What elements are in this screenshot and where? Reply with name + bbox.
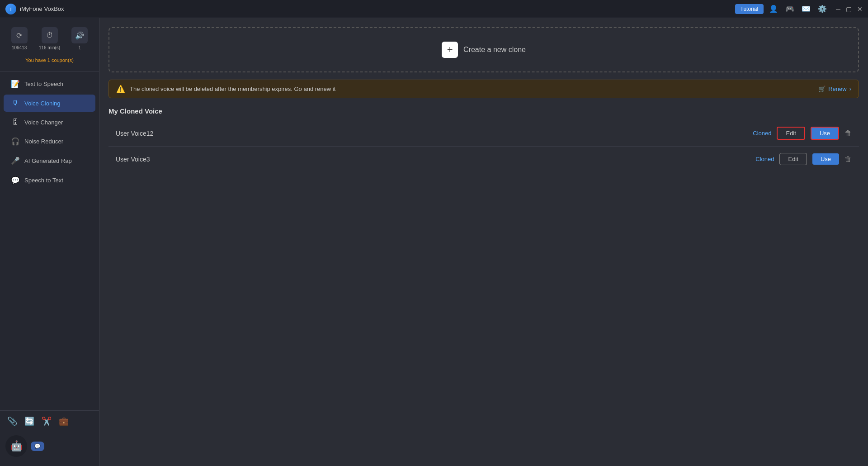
voice-cloning-icon: 🎙 [11,99,20,107]
titlebar-right: Tutorial 👤 🎮 ✉️ ⚙️ ─ ▢ ✕ [735,4,863,14]
voice-row-2-right: Cloned Edit Use 🗑 [755,153,852,165]
voice-name-1: User Voice12 [116,130,153,137]
voice-row-1: User Voice12 Cloned Edit Use 🗑 [108,120,859,147]
user-icon[interactable]: 👤 [769,5,778,13]
text-to-speech-icon: 📝 [11,80,20,88]
use-button-2[interactable]: Use [812,153,839,165]
voice-row-1-right: Cloned Edit Use 🗑 [753,127,852,140]
renew-label: Renew [828,86,846,92]
stats-area: ⟳ 106413 ⏱ 116 min(s) 🔊 1 [0,24,99,54]
warning-text: The cloned voice will be deleted after t… [130,86,335,92]
cloned-badge-1: Cloned [753,130,771,137]
stat-characters: ⟳ 106413 [11,27,28,50]
titlebar-left: i iMyFone VoxBox [5,4,64,14]
create-clone-area[interactable]: + Create a new clone [108,27,859,72]
app-title: iMyFone VoxBox [20,5,64,12]
edit-button-2[interactable]: Edit [779,153,807,165]
chatbot-avatar[interactable]: 🤖 [5,435,27,457]
voices-value: 1 [79,45,81,50]
delete-icon-1[interactable]: 🗑 [844,129,852,138]
main-content: + Create a new clone ⚠️ The cloned voice… [99,18,868,466]
loop-icon[interactable]: 🔄 [24,416,34,426]
ai-rap-label: AI Generated Rap [24,157,72,164]
noise-reducer-icon: 🎧 [11,137,20,146]
renew-link[interactable]: 🛒 Renew › [818,86,851,92]
stat-minutes: ⏱ 116 min(s) [39,27,60,50]
voices-icon: 🔊 [71,27,88,43]
characters-icon: ⟳ [11,27,28,43]
voice-changer-icon: 🎛 [11,118,20,126]
speech-to-text-icon: 💬 [11,176,20,185]
briefcase-icon[interactable]: 💼 [59,416,69,426]
sidebar-item-voice-changer[interactable]: 🎛 Voice Changer [4,114,95,131]
sidebar-item-text-to-speech[interactable]: 📝 Text to Speech [4,75,95,93]
create-clone-label: Create a new clone [463,46,526,54]
attachment-icon[interactable]: 📎 [7,416,17,426]
cart-icon: 🛒 [818,86,826,92]
voice-cloning-label: Voice Cloning [24,100,61,107]
use-button-1[interactable]: Use [811,127,839,140]
voice-changer-label: Voice Changer [24,119,63,126]
sidebar-item-noise-reducer[interactable]: 🎧 Noise Reducer [4,133,95,150]
ai-rap-icon: 🎤 [11,157,20,165]
coupon-bar: You have 1 coupon(s) [0,56,99,65]
create-clone-inner: + Create a new clone [442,42,526,58]
noise-reducer-label: Noise Reducer [24,138,63,145]
close-button[interactable]: ✕ [857,5,863,13]
maximize-button[interactable]: ▢ [846,5,852,13]
sidebar-item-speech-to-text[interactable]: 💬 Speech to Text [4,171,95,189]
gamepad-icon[interactable]: 🎮 [785,5,794,13]
section-title: My Cloned Voice [108,107,859,115]
scissors-icon[interactable]: ✂️ [42,416,52,426]
edit-button-1[interactable]: Edit [777,127,805,140]
mail-icon[interactable]: ✉️ [802,5,811,13]
characters-value: 106413 [12,45,27,50]
sidebar: ⟳ 106413 ⏱ 116 min(s) 🔊 1 You have 1 cou… [0,18,99,466]
warning-icon: ⚠️ [116,85,125,93]
warning-left: ⚠️ The cloned voice will be deleted afte… [116,85,335,93]
warning-banner: ⚠️ The cloned voice will be deleted afte… [108,80,859,98]
minimize-button[interactable]: ─ [836,5,840,13]
sidebar-chat: 🤖 💬 [0,432,99,461]
settings-icon[interactable]: ⚙️ [818,5,827,13]
sidebar-item-ai-rap[interactable]: 🎤 AI Generated Rap [4,152,95,170]
window-controls: ─ ▢ ✕ [836,5,863,13]
tutorial-button[interactable]: Tutorial [735,4,764,14]
titlebar: i iMyFone VoxBox Tutorial 👤 🎮 ✉️ ⚙️ ─ ▢ … [0,0,868,18]
titlebar-icons: 👤 🎮 ✉️ ⚙️ [769,5,827,13]
voice-row-2: User Voice3 Cloned Edit Use 🗑 [108,147,859,171]
sidebar-bottom: 📎 🔄 ✂️ 💼 [0,410,99,432]
voice-name-2: User Voice3 [116,156,150,163]
plus-icon: + [442,42,458,58]
text-to-speech-label: Text to Speech [24,81,63,87]
minutes-value: 116 min(s) [39,45,60,50]
app-body: ⟳ 106413 ⏱ 116 min(s) 🔊 1 You have 1 cou… [0,18,868,466]
cloned-badge-2: Cloned [755,156,774,162]
stat-voices: 🔊 1 [71,27,88,50]
minutes-icon: ⏱ [42,27,58,43]
delete-icon-2[interactable]: 🗑 [844,155,852,163]
sidebar-item-voice-cloning[interactable]: 🎙 Voice Cloning [4,95,95,112]
chevron-right-icon: › [849,86,851,92]
app-logo: i [5,4,16,14]
speech-to-text-label: Speech to Text [24,177,63,184]
chat-bubble[interactable]: 💬 [31,442,44,451]
sidebar-divider [0,71,99,71]
